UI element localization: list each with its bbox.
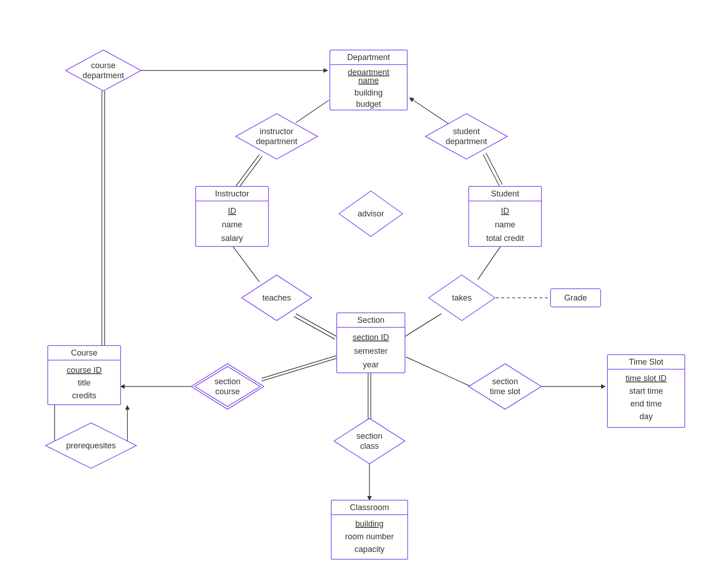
edge-teaches-to-section-a bbox=[296, 314, 337, 336]
entity-classroom: Classroom building room number capacity bbox=[331, 500, 408, 559]
relationship-section-course: sectioncourse bbox=[191, 364, 264, 409]
svg-marker-12 bbox=[191, 364, 264, 409]
svg-text:total credit: total credit bbox=[486, 234, 524, 243]
svg-text:year: year bbox=[363, 360, 379, 369]
entity-department: Department department name building budg… bbox=[330, 50, 407, 110]
edge-section-course-to-section-a bbox=[262, 356, 337, 378]
svg-text:end time: end time bbox=[630, 399, 662, 408]
svg-text:Classroom: Classroom bbox=[350, 503, 389, 512]
svg-text:day: day bbox=[639, 412, 652, 421]
svg-text:Time Slot: Time Slot bbox=[629, 357, 663, 366]
svg-text:name: name bbox=[358, 76, 379, 85]
svg-text:room number: room number bbox=[345, 532, 394, 541]
svg-text:name: name bbox=[222, 220, 242, 229]
svg-text:course ID: course ID bbox=[66, 366, 101, 375]
svg-marker-2 bbox=[236, 114, 318, 159]
svg-text:prerequesites: prerequesites bbox=[66, 441, 116, 450]
entity-instructor: Instructor ID name salary bbox=[196, 186, 268, 246]
relationship-teaches: teaches bbox=[242, 275, 312, 321]
relationship-advisor: advisor bbox=[339, 191, 403, 236]
relationship-prerequisites: prerequesites bbox=[46, 423, 136, 468]
edge-instructor-dept-to-instructor-a bbox=[236, 155, 259, 186]
svg-text:Course: Course bbox=[71, 348, 97, 357]
svg-text:name: name bbox=[495, 220, 515, 229]
svg-text:Section: Section bbox=[357, 316, 384, 325]
edge-instructor-dept-to-instructor-b bbox=[238, 156, 262, 188]
edge-section-timeslot-to-section bbox=[406, 357, 471, 386]
entity-section: Section section ID semester year bbox=[337, 313, 405, 373]
svg-text:Instructor: Instructor bbox=[215, 189, 249, 198]
svg-text:semester: semester bbox=[354, 346, 388, 356]
entity-student: Student ID name total credit bbox=[469, 186, 541, 246]
svg-marker-4 bbox=[425, 114, 507, 159]
edge-teaches-to-section-b bbox=[294, 316, 335, 339]
edge-student-dept-to-student-b bbox=[486, 153, 502, 185]
entity-timeslot: Time Slot time slot ID start time end ti… bbox=[607, 355, 685, 427]
svg-text:takes: takes bbox=[452, 293, 471, 302]
edge-takes-to-section bbox=[405, 314, 441, 336]
svg-text:building: building bbox=[354, 88, 383, 97]
svg-text:ID: ID bbox=[228, 206, 236, 216]
svg-marker-17 bbox=[334, 418, 405, 464]
svg-text:time slot ID: time slot ID bbox=[626, 374, 667, 383]
svg-text:department: department bbox=[348, 68, 389, 77]
svg-text:salary: salary bbox=[221, 234, 243, 243]
edge-instructor-dept-to-department bbox=[296, 96, 334, 123]
relationship-section-class: sectionclass bbox=[334, 418, 405, 464]
svg-text:title: title bbox=[78, 378, 91, 387]
entity-course: Course course ID title credits bbox=[48, 346, 121, 405]
edge-section-course-to-section-b bbox=[262, 358, 337, 381]
svg-marker-15 bbox=[469, 364, 541, 409]
svg-marker-0 bbox=[66, 50, 141, 91]
svg-text:section ID: section ID bbox=[353, 333, 389, 342]
relationship-student-department: studentdepartment bbox=[425, 114, 507, 159]
svg-text:start time: start time bbox=[629, 386, 663, 396]
relationship-takes: takes bbox=[429, 275, 495, 321]
svg-text:Student: Student bbox=[491, 189, 519, 198]
edge-teaches-to-instructor bbox=[233, 246, 259, 282]
entity-grade: Grade bbox=[551, 289, 601, 307]
svg-text:capacity: capacity bbox=[354, 545, 384, 554]
svg-text:Grade: Grade bbox=[564, 293, 587, 302]
svg-text:building: building bbox=[355, 519, 384, 528]
edge-student-dept-to-department bbox=[410, 98, 450, 125]
relationship-instructor-department: instructordepartment bbox=[236, 114, 318, 159]
svg-text:Department: Department bbox=[347, 53, 390, 62]
svg-text:advisor: advisor bbox=[358, 209, 384, 218]
edge-takes-to-student bbox=[478, 246, 500, 280]
svg-text:budget: budget bbox=[356, 100, 381, 109]
svg-text:credits: credits bbox=[72, 391, 96, 400]
svg-text:teaches: teaches bbox=[262, 293, 291, 302]
relationship-section-timeslot: sectiontime slot bbox=[469, 364, 541, 409]
relationship-course-department: coursedepartment bbox=[66, 50, 141, 91]
svg-text:ID: ID bbox=[501, 206, 509, 216]
edge-student-dept-to-student-a bbox=[483, 155, 500, 186]
